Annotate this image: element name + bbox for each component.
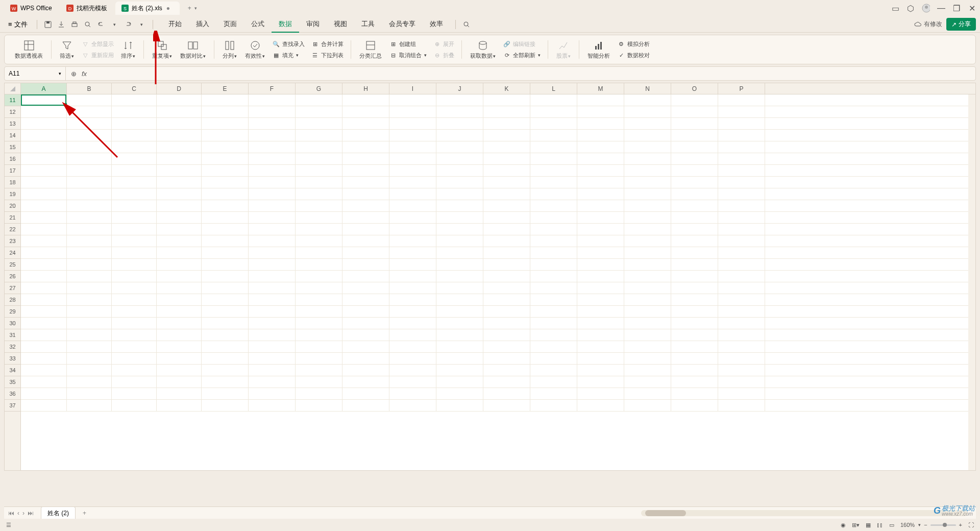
cell[interactable] <box>483 165 530 176</box>
cell[interactable] <box>436 259 483 270</box>
cell[interactable] <box>249 306 296 317</box>
cell[interactable] <box>718 212 765 223</box>
cell[interactable] <box>21 400 67 411</box>
cell[interactable] <box>577 341 624 352</box>
cell[interactable] <box>577 153 624 164</box>
cell[interactable] <box>530 106 577 117</box>
cell[interactable] <box>67 200 112 211</box>
cell[interactable] <box>296 365 342 376</box>
cell[interactable] <box>342 224 389 235</box>
cell[interactable] <box>342 153 389 164</box>
filter-button[interactable]: 筛选▾ <box>57 38 77 62</box>
cell[interactable] <box>718 318 765 329</box>
cell[interactable] <box>21 259 67 270</box>
cell[interactable] <box>202 376 249 388</box>
row-header[interactable]: 11 <box>5 94 20 106</box>
cell[interactable] <box>671 318 718 329</box>
menu-tab-review[interactable]: 审阅 <box>299 16 327 33</box>
redo-dropdown[interactable]: ▾ <box>136 19 148 30</box>
cell[interactable] <box>718 118 765 129</box>
cell[interactable] <box>112 235 157 247</box>
cell[interactable] <box>249 118 296 129</box>
cell[interactable] <box>342 130 389 141</box>
cell[interactable] <box>530 400 577 411</box>
cell[interactable] <box>296 177 342 188</box>
cell[interactable] <box>530 365 577 376</box>
cell[interactable] <box>483 200 530 211</box>
cell[interactable] <box>530 94 577 106</box>
cell[interactable] <box>436 94 483 106</box>
cell[interactable] <box>483 341 530 352</box>
cell[interactable] <box>577 141 624 153</box>
cell[interactable] <box>530 376 577 388</box>
cell[interactable] <box>577 329 624 341</box>
cell[interactable] <box>296 247 342 258</box>
cell[interactable] <box>112 259 157 270</box>
column-header[interactable]: K <box>483 83 530 94</box>
cell[interactable] <box>436 235 483 247</box>
cell[interactable] <box>389 235 436 247</box>
cell[interactable] <box>624 212 671 223</box>
cell[interactable] <box>389 130 436 141</box>
cell[interactable] <box>67 212 112 223</box>
avatar-icon[interactable] <box>922 4 930 12</box>
row-header[interactable]: 16 <box>5 153 20 165</box>
cell[interactable] <box>436 282 483 294</box>
cell[interactable] <box>530 224 577 235</box>
cell[interactable] <box>67 106 112 117</box>
cell[interactable] <box>718 365 765 376</box>
cell[interactable] <box>342 271 389 282</box>
row-header[interactable]: 28 <box>5 294 20 306</box>
cell[interactable] <box>530 318 577 329</box>
cell[interactable] <box>21 165 67 176</box>
row-header[interactable]: 22 <box>5 224 20 235</box>
smart-analysis-button[interactable]: 智能分析 <box>584 38 613 62</box>
cell[interactable] <box>21 106 67 117</box>
cell[interactable] <box>342 106 389 117</box>
tab-template[interactable]: D 找稻壳模板 <box>60 2 113 15</box>
cell[interactable] <box>21 306 67 317</box>
cell[interactable] <box>530 259 577 270</box>
cell[interactable] <box>249 224 296 235</box>
row-header[interactable]: 14 <box>5 130 20 141</box>
cell[interactable] <box>671 165 718 176</box>
cell[interactable] <box>342 388 389 399</box>
layout-icon[interactable]: ▭ <box>891 4 899 12</box>
cell[interactable] <box>249 153 296 164</box>
cell[interactable] <box>342 94 389 106</box>
cell[interactable] <box>112 341 157 352</box>
cell[interactable] <box>249 271 296 282</box>
cell[interactable] <box>483 106 530 117</box>
expand-button[interactable]: ⊕展开 <box>431 39 456 49</box>
cell[interactable] <box>718 329 765 341</box>
new-tab-button[interactable]: + ▾ <box>182 2 203 15</box>
cell[interactable] <box>436 153 483 164</box>
cell[interactable] <box>389 318 436 329</box>
cell[interactable] <box>296 400 342 411</box>
cell[interactable] <box>202 271 249 282</box>
cell[interactable] <box>624 294 671 305</box>
cell[interactable] <box>483 271 530 282</box>
find-entry-button[interactable]: 🔍查找录入 <box>270 39 307 49</box>
cell[interactable] <box>112 294 157 305</box>
cell[interactable] <box>67 294 112 305</box>
cell[interactable] <box>249 318 296 329</box>
cell[interactable] <box>67 259 112 270</box>
cell[interactable] <box>157 318 202 329</box>
cell[interactable] <box>624 130 671 141</box>
cell[interactable] <box>342 141 389 153</box>
cell[interactable] <box>389 118 436 129</box>
cell[interactable] <box>624 318 671 329</box>
cell[interactable] <box>718 306 765 317</box>
cell[interactable] <box>530 188 577 200</box>
cell[interactable] <box>21 94 67 106</box>
cell[interactable] <box>202 188 249 200</box>
cell[interactable] <box>249 259 296 270</box>
cell[interactable] <box>202 259 249 270</box>
cube-icon[interactable]: ⬡ <box>906 4 915 12</box>
cell[interactable] <box>67 388 112 399</box>
cell[interactable] <box>483 224 530 235</box>
save-button[interactable] <box>42 19 54 30</box>
subtotal-button[interactable]: 分类汇总 <box>356 38 385 62</box>
zoom-slider[interactable] <box>930 524 956 526</box>
